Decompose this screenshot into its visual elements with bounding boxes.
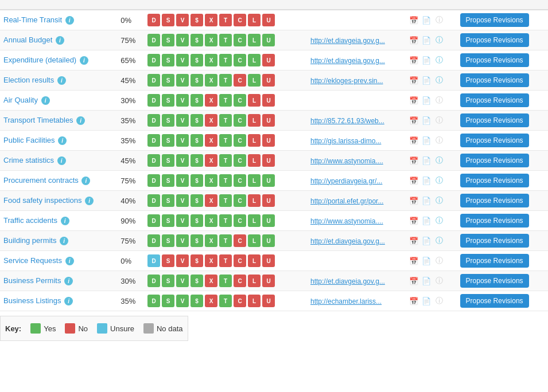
- info-circle-icon[interactable]: ⓘ: [434, 75, 444, 85]
- breakdown-icon-license[interactable]: L: [248, 34, 261, 46]
- breakdown-icon-table[interactable]: T: [219, 14, 232, 26]
- breakdown-icon-cost[interactable]: $: [191, 54, 203, 66]
- breakdown-icon-table[interactable]: T: [219, 34, 232, 46]
- breakdown-icon-license[interactable]: L: [248, 234, 261, 247]
- breakdown-icon-copy[interactable]: C: [234, 74, 246, 87]
- breakdown-icon-cost[interactable]: $: [191, 94, 203, 107]
- url-link[interactable]: http://et.diavgeia.gov.g...: [310, 237, 385, 245]
- breakdown-icon-save[interactable]: S: [162, 74, 174, 87]
- breakdown-icon-copy[interactable]: C: [234, 134, 246, 147]
- breakdown-icon-view[interactable]: V: [176, 295, 189, 307]
- propose-revisions-button[interactable]: Propose Revisions: [460, 194, 529, 207]
- dataset-link[interactable]: Building permits: [3, 236, 57, 245]
- breakdown-icon-license[interactable]: L: [248, 214, 261, 227]
- breakdown-icon-license[interactable]: L: [248, 134, 261, 147]
- breakdown-icon-view[interactable]: V: [176, 174, 189, 187]
- propose-revisions-button[interactable]: Propose Revisions: [460, 294, 529, 308]
- breakdown-icon-format[interactable]: D: [147, 14, 160, 26]
- dataset-info-icon[interactable]: i: [56, 36, 64, 45]
- breakdown-icon-format[interactable]: D: [147, 234, 160, 247]
- breakdown-icon-update[interactable]: U: [262, 134, 275, 147]
- calendar-icon[interactable]: 📅: [409, 175, 419, 186]
- dataset-link[interactable]: Procurement contracts: [3, 176, 79, 185]
- breakdown-icon-cost[interactable]: $: [191, 114, 203, 127]
- breakdown-icon-table[interactable]: T: [219, 174, 232, 187]
- breakdown-icon-access[interactable]: X: [205, 34, 217, 46]
- propose-revisions-button[interactable]: Propose Revisions: [460, 113, 529, 127]
- info-circle-icon[interactable]: ⓘ: [434, 175, 444, 186]
- url-link[interactable]: http://portal.efet.gr/por...: [310, 197, 383, 205]
- dataset-link[interactable]: Business Listings: [3, 296, 61, 305]
- breakdown-icon-copy[interactable]: C: [234, 14, 246, 26]
- document-icon[interactable]: 📄: [421, 236, 432, 246]
- breakdown-icon-table[interactable]: T: [219, 114, 232, 127]
- breakdown-icon-update[interactable]: U: [262, 114, 275, 127]
- breakdown-icon-update[interactable]: U: [262, 295, 275, 307]
- breakdown-icon-format[interactable]: D: [147, 134, 160, 147]
- breakdown-icon-save[interactable]: S: [162, 34, 174, 46]
- breakdown-icon-save[interactable]: S: [162, 54, 174, 66]
- url-link[interactable]: http://et.diavgeia.gov.g...: [310, 37, 385, 45]
- propose-revisions-button[interactable]: Propose Revisions: [460, 154, 529, 167]
- breakdown-icon-update[interactable]: U: [262, 174, 275, 187]
- calendar-icon[interactable]: 📅: [409, 55, 419, 65]
- breakdown-icon-cost[interactable]: $: [191, 234, 203, 247]
- dataset-link[interactable]: Transport Timetables: [3, 116, 73, 124]
- breakdown-icon-access[interactable]: X: [205, 154, 217, 167]
- breakdown-icon-format[interactable]: D: [147, 194, 160, 207]
- document-icon[interactable]: 📄: [421, 35, 432, 45]
- breakdown-icon-format[interactable]: D: [147, 34, 160, 46]
- breakdown-icon-cost[interactable]: $: [191, 254, 203, 267]
- breakdown-icon-cost[interactable]: $: [191, 214, 203, 227]
- breakdown-icon-view[interactable]: V: [176, 234, 189, 247]
- breakdown-icon-view[interactable]: V: [176, 54, 189, 66]
- breakdown-icon-view[interactable]: V: [176, 14, 189, 26]
- info-circle-icon[interactable]: ⓘ: [434, 55, 444, 65]
- dataset-link[interactable]: Real-Time Transit: [3, 15, 62, 24]
- breakdown-icon-cost[interactable]: $: [191, 194, 203, 207]
- breakdown-icon-copy[interactable]: C: [234, 194, 246, 207]
- breakdown-icon-copy[interactable]: C: [234, 295, 246, 307]
- dataset-info-icon[interactable]: i: [57, 156, 66, 165]
- breakdown-icon-license[interactable]: L: [248, 14, 261, 26]
- breakdown-icon-copy[interactable]: C: [234, 154, 246, 167]
- breakdown-icon-save[interactable]: S: [162, 154, 174, 167]
- breakdown-icon-format[interactable]: D: [147, 214, 160, 227]
- url-link[interactable]: http://gis.larissa-dimo...: [310, 137, 381, 145]
- breakdown-icon-format[interactable]: D: [147, 74, 160, 87]
- info-circle-icon[interactable]: ⓘ: [434, 236, 444, 246]
- breakdown-icon-view[interactable]: V: [176, 254, 189, 267]
- breakdown-icon-cost[interactable]: $: [191, 275, 203, 287]
- propose-revisions-button[interactable]: Propose Revisions: [460, 174, 529, 187]
- url-link[interactable]: http://et.diavgeia.gov.g...: [310, 277, 385, 285]
- breakdown-icon-license[interactable]: L: [248, 295, 261, 307]
- breakdown-icon-access[interactable]: X: [205, 14, 217, 26]
- propose-revisions-button[interactable]: Propose Revisions: [460, 73, 529, 87]
- dataset-info-icon[interactable]: i: [58, 136, 67, 145]
- breakdown-icon-update[interactable]: U: [262, 34, 275, 46]
- breakdown-icon-access[interactable]: X: [205, 174, 217, 187]
- breakdown-icon-view[interactable]: V: [176, 74, 189, 87]
- breakdown-icon-license[interactable]: L: [248, 275, 261, 287]
- dataset-link[interactable]: Traffic accidents: [3, 216, 57, 225]
- breakdown-icon-save[interactable]: S: [162, 174, 174, 187]
- url-link[interactable]: http://et.diavgeia.gov.g...: [310, 57, 385, 65]
- breakdown-icon-cost[interactable]: $: [191, 34, 203, 46]
- dataset-info-icon[interactable]: i: [41, 96, 50, 105]
- calendar-icon[interactable]: 📅: [409, 236, 419, 246]
- calendar-icon[interactable]: 📅: [409, 75, 419, 85]
- breakdown-icon-access[interactable]: X: [205, 94, 217, 107]
- breakdown-icon-view[interactable]: V: [176, 114, 189, 127]
- dataset-link[interactable]: Public Facilities: [3, 136, 55, 144]
- info-circle-icon[interactable]: ⓘ: [434, 155, 444, 166]
- dataset-link[interactable]: Expenditure (detailed): [3, 56, 76, 64]
- breakdown-icon-copy[interactable]: C: [234, 254, 246, 267]
- info-circle-icon[interactable]: ⓘ: [434, 215, 444, 226]
- breakdown-icon-copy[interactable]: C: [234, 174, 246, 187]
- breakdown-icon-format[interactable]: D: [147, 275, 160, 287]
- breakdown-icon-format[interactable]: D: [147, 295, 160, 307]
- url-link[interactable]: http://ekloges-prev.sin...: [310, 77, 383, 85]
- breakdown-icon-copy[interactable]: C: [234, 214, 246, 227]
- calendar-icon[interactable]: 📅: [409, 215, 419, 226]
- breakdown-icon-view[interactable]: V: [176, 194, 189, 207]
